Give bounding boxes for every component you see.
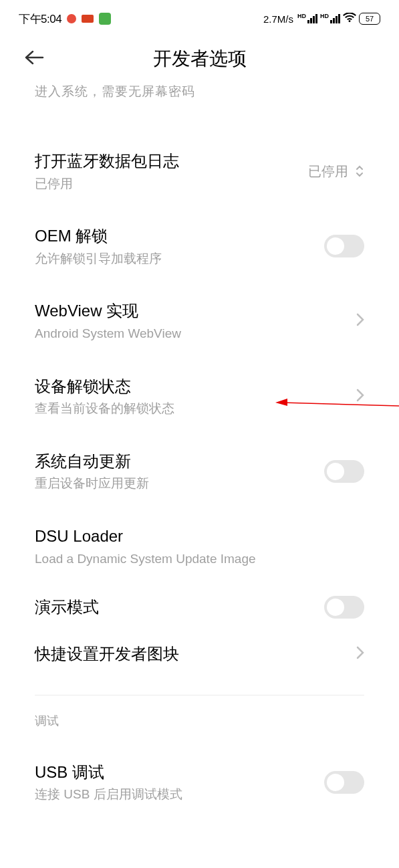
truncated-description: 进入系统，需要无屏幕密码 (35, 83, 364, 100)
status-time: 下午5:04 (19, 11, 61, 27)
setting-subtitle: Load a Dynamic System Update Image (35, 550, 364, 568)
setting-title: 打开蓝牙数据包日志 (35, 150, 308, 173)
status-right: 2.7M/s HD HD 57 (263, 13, 380, 25)
toggle-oem-unlock[interactable] (324, 235, 364, 257)
setting-unlock-status[interactable]: 设备解锁状态 查看当前设备的解锁状态 (35, 359, 364, 434)
setting-title: USB 调试 (35, 761, 324, 784)
setting-webview[interactable]: WebView 实现 Android System WebView (35, 284, 364, 358)
setting-subtitle: 查看当前设备的解锁状态 (35, 400, 356, 418)
setting-dsu-loader[interactable]: DSU Loader Load a Dynamic System Update … (35, 509, 364, 584)
setting-subtitle: 重启设备时应用更新 (35, 475, 324, 493)
setting-title: 演示模式 (35, 596, 324, 619)
setting-usb-debug[interactable]: USB 调试 连接 USB 后启用调试模式 (35, 745, 364, 820)
signal-1: HD (297, 14, 317, 23)
setting-quick-tiles[interactable]: 快捷设置开发者图块 (35, 631, 364, 677)
toggle-demo-mode[interactable] (324, 596, 364, 619)
setting-oem-unlock[interactable]: OEM 解锁 允许解锁引导加载程序 (35, 209, 364, 284)
status-left: 下午5:04 (19, 11, 111, 27)
setting-value: 已停用 (308, 162, 348, 181)
chevron-right-icon (356, 646, 364, 662)
page-header: 开发者选项 (0, 35, 399, 83)
setting-title: DSU Loader (35, 525, 364, 548)
toggle-usb-debug[interactable] (324, 771, 364, 794)
setting-title: OEM 解锁 (35, 225, 324, 247)
toggle-auto-update[interactable] (324, 460, 364, 483)
setting-subtitle: 已停用 (35, 175, 308, 193)
chevron-right-icon (356, 313, 364, 329)
setting-auto-update[interactable]: 系统自动更新 重启设备时应用更新 (35, 434, 364, 509)
divider (35, 695, 364, 695)
section-label-debug: 调试 (35, 709, 364, 745)
signal-2: HD (320, 14, 340, 23)
updown-chevron-icon (355, 165, 364, 178)
page-title: 开发者选项 (153, 46, 247, 72)
notification-icon-3 (99, 13, 111, 25)
back-arrow-icon[interactable] (24, 49, 45, 68)
battery-icon: 57 (359, 13, 380, 25)
chevron-right-icon (356, 389, 364, 405)
notification-icon-2 (82, 15, 94, 23)
setting-title: WebView 实现 (35, 300, 356, 322)
setting-subtitle: 连接 USB 后启用调试模式 (35, 786, 324, 804)
setting-subtitle: 允许解锁引导加载程序 (35, 250, 324, 268)
setting-title: 设备解锁状态 (35, 375, 356, 398)
setting-subtitle: Android System WebView (35, 325, 356, 343)
status-bar: 下午5:04 2.7M/s HD HD 57 (0, 0, 399, 35)
setting-title: 快捷设置开发者图块 (35, 643, 356, 665)
network-speed: 2.7M/s (263, 13, 293, 25)
setting-demo-mode[interactable]: 演示模式 (35, 584, 364, 631)
setting-bluetooth-log[interactable]: 打开蓝牙数据包日志 已停用 已停用 (35, 134, 364, 209)
notification-icon (67, 14, 76, 23)
wifi-icon (343, 13, 356, 25)
setting-title: 系统自动更新 (35, 450, 324, 473)
